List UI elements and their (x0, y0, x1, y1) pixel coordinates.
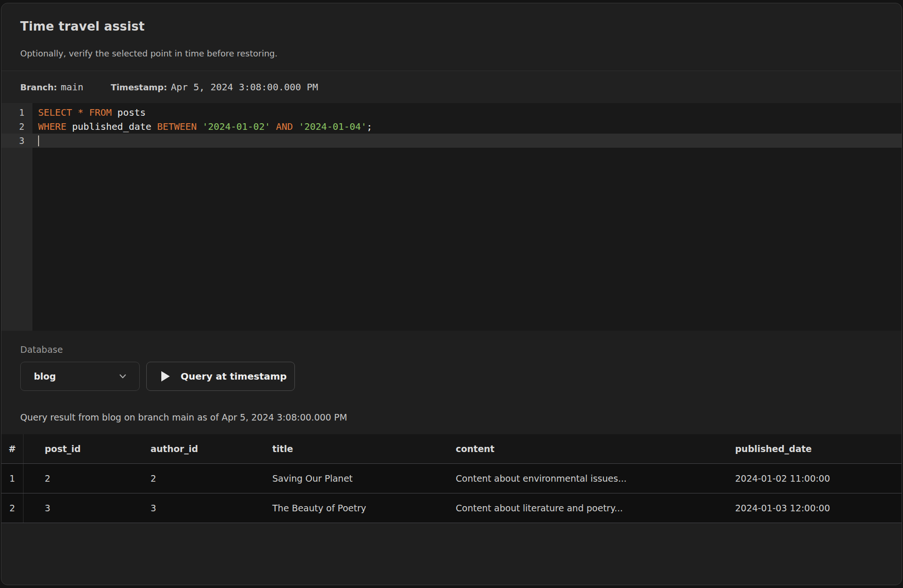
column-header: # (1, 434, 24, 463)
table-cell: 2 (1, 493, 24, 523)
query-at-timestamp-label: Query at timestamp (181, 371, 287, 382)
table-body: 122Saving Our PlanetContent about enviro… (1, 464, 902, 523)
table-cell: 2 (24, 464, 129, 493)
database-label: Database (20, 344, 63, 355)
table-cell: 3 (129, 493, 251, 523)
database-select[interactable]: blog (20, 362, 140, 391)
code-line[interactable]: 2WHERE published_date BETWEEN '2024-01-0… (1, 119, 902, 134)
code-lines: 1SELECT * FROM posts2WHERE published_dat… (1, 103, 902, 148)
timestamp-value: Apr 5, 2024 3:08:00.000 PM (171, 81, 318, 93)
time-travel-assist-panel: Time travel assist Optionally, verify th… (1, 3, 902, 585)
code-line[interactable]: 1SELECT * FROM posts (1, 105, 902, 119)
code-line[interactable]: 3 (1, 134, 902, 148)
result-table: #post_idauthor_idtitlecontentpublished_d… (1, 434, 902, 523)
chevron-down-icon (118, 371, 128, 381)
column-header: author_id (129, 434, 251, 463)
table-cell: 2024-01-03 12:00:00 (714, 493, 902, 523)
table-cell: 2 (129, 464, 251, 493)
table-cell: Content about environmental issues... (435, 464, 714, 493)
text-cursor (38, 135, 39, 146)
table-cell: 3 (24, 493, 129, 523)
column-header: post_id (24, 434, 129, 463)
line-number: 3 (1, 134, 32, 148)
branch-timestamp-bar: Branch: main Timestamp: Apr 5, 2024 3:08… (1, 71, 902, 103)
table-row: 233The Beauty of PoetryContent about lit… (1, 493, 902, 523)
table-cell: 2024-01-02 11:00:00 (714, 464, 902, 493)
branch-value: main (61, 81, 83, 93)
timestamp-label: Timestamp: (111, 82, 167, 92)
table-cell: Content about literature and poetry... (435, 493, 714, 523)
table-cell: 1 (1, 464, 24, 493)
table-header-row: #post_idauthor_idtitlecontentpublished_d… (1, 434, 902, 464)
column-header: published_date (714, 434, 902, 463)
table-row: 122Saving Our PlanetContent about enviro… (1, 464, 902, 493)
page-title: Time travel assist (20, 19, 145, 33)
line-code: SELECT * FROM posts (32, 105, 146, 119)
query-result-summary: Query result from blog on branch main as… (20, 412, 347, 422)
database-select-value: blog (34, 371, 56, 381)
play-icon (161, 371, 170, 382)
line-number: 1 (1, 105, 32, 119)
table-cell: Saving Our Planet (251, 464, 435, 493)
column-header: content (435, 434, 714, 463)
page-subtitle: Optionally, verify the selected point in… (20, 48, 277, 58)
query-at-timestamp-button[interactable]: Query at timestamp (146, 362, 295, 391)
column-header: title (251, 434, 435, 463)
table-cell: The Beauty of Poetry (251, 493, 435, 523)
line-code: WHERE published_date BETWEEN '2024-01-02… (32, 119, 372, 134)
line-number: 2 (1, 119, 32, 134)
line-code (32, 134, 39, 148)
branch-label: Branch: (20, 82, 57, 92)
sql-editor[interactable]: 1SELECT * FROM posts2WHERE published_dat… (1, 103, 902, 331)
